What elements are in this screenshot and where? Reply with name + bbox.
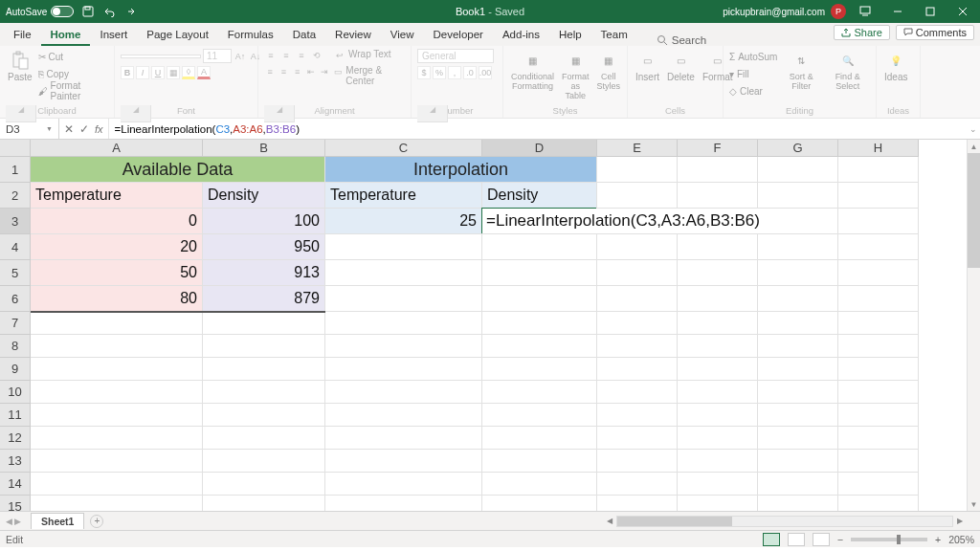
column-header[interactable]: D <box>482 140 597 157</box>
cell[interactable] <box>482 404 597 427</box>
cell[interactable] <box>325 473 482 496</box>
conditional-formatting-button[interactable]: ▦Conditional Formatting <box>509 49 556 93</box>
cell[interactable] <box>203 358 325 381</box>
merge-icon[interactable]: ▭ <box>332 65 344 78</box>
header-interpolation[interactable]: Interpolation <box>325 157 597 183</box>
cell[interactable] <box>597 450 678 473</box>
align-top-icon[interactable]: ≡ <box>264 49 278 62</box>
tab-team[interactable]: Team <box>591 25 637 46</box>
cell[interactable] <box>597 473 678 496</box>
cell[interactable] <box>758 183 838 209</box>
fx-icon[interactable]: fx <box>95 123 103 135</box>
tab-data[interactable]: Data <box>283 25 325 46</box>
cell-b6[interactable]: 879 <box>203 286 325 312</box>
tab-developer[interactable]: Developer <box>424 25 493 46</box>
cell[interactable] <box>838 286 919 312</box>
cell[interactable] <box>597 496 678 511</box>
column-header[interactable]: H <box>838 140 919 157</box>
cell[interactable] <box>678 404 758 427</box>
cell[interactable] <box>203 312 325 335</box>
cell[interactable] <box>758 473 838 496</box>
cell[interactable] <box>758 209 838 234</box>
cell[interactable] <box>31 381 203 404</box>
cell[interactable] <box>838 312 919 335</box>
share-button[interactable]: Share <box>834 25 889 40</box>
percent-button[interactable]: % <box>433 66 446 79</box>
cell[interactable] <box>758 234 838 260</box>
cell-a6[interactable]: 80 <box>31 286 203 312</box>
select-all-corner[interactable] <box>0 140 31 157</box>
cell[interactable] <box>678 260 758 286</box>
tab-page-layout[interactable]: Page Layout <box>137 25 218 46</box>
sheet-tab[interactable]: Sheet1 <box>31 513 84 529</box>
cell-a3[interactable]: 0 <box>31 209 203 234</box>
cancel-formula-icon[interactable]: ✕ <box>64 122 74 136</box>
ideas-button[interactable]: 💡Ideas <box>882 49 909 84</box>
cell[interactable] <box>203 381 325 404</box>
find-select-button[interactable]: 🔍Find & Select <box>825 49 870 93</box>
minimize-icon[interactable] <box>884 0 911 23</box>
cell[interactable] <box>758 496 838 511</box>
row-header[interactable]: 4 <box>0 234 31 260</box>
label-density[interactable]: Density <box>203 183 325 209</box>
inc-decimal-button[interactable]: .0 <box>463 66 477 79</box>
comma-button[interactable]: , <box>448 66 461 79</box>
cell[interactable] <box>597 260 678 286</box>
cell[interactable] <box>838 234 919 260</box>
cell-a4[interactable]: 20 <box>31 234 203 260</box>
row-header[interactable]: 10 <box>0 381 31 404</box>
redo-icon[interactable] <box>123 5 137 18</box>
cell[interactable] <box>597 358 678 381</box>
align-left-icon[interactable]: ≡ <box>264 65 276 78</box>
cell[interactable] <box>758 427 838 450</box>
label-temperature-2[interactable]: Temperature <box>325 183 482 209</box>
maximize-icon[interactable] <box>917 0 944 23</box>
row-header[interactable]: 8 <box>0 335 31 358</box>
grow-font-icon[interactable]: A↑ <box>234 50 247 63</box>
tab-help[interactable]: Help <box>549 25 591 46</box>
paste-button[interactable]: Paste <box>6 49 34 84</box>
cell[interactable] <box>325 260 482 286</box>
cell[interactable] <box>482 312 597 335</box>
cell[interactable] <box>758 157 838 183</box>
search-box[interactable]: Search <box>657 34 706 46</box>
row-header[interactable]: 13 <box>0 450 31 473</box>
horizontal-scrollbar[interactable]: ◀▶ <box>603 515 967 528</box>
align-center-icon[interactable]: ≡ <box>278 65 289 78</box>
cell[interactable] <box>838 335 919 358</box>
cell[interactable] <box>203 473 325 496</box>
cell[interactable] <box>838 381 919 404</box>
cell[interactable] <box>597 286 678 312</box>
cell[interactable] <box>31 312 203 335</box>
expand-formula-bar-icon[interactable]: ⌄ <box>967 124 980 134</box>
cell[interactable] <box>838 358 919 381</box>
cell[interactable] <box>838 260 919 286</box>
cell[interactable] <box>678 335 758 358</box>
currency-button[interactable]: $ <box>417 66 431 79</box>
cell[interactable] <box>203 450 325 473</box>
cell[interactable] <box>203 496 325 511</box>
delete-cells-button[interactable]: ▭Delete <box>665 49 697 84</box>
cell[interactable] <box>678 381 758 404</box>
cell[interactable] <box>482 381 597 404</box>
number-format-select[interactable]: General <box>417 49 494 63</box>
row-header[interactable]: 1 <box>0 157 31 183</box>
clear-button[interactable]: ◇Clear <box>729 83 777 99</box>
normal-view-button[interactable] <box>763 533 780 546</box>
row-header[interactable]: 5 <box>0 260 31 286</box>
cell[interactable] <box>838 183 919 209</box>
sheet-nav-prev-icon[interactable]: ◀ <box>6 517 12 526</box>
borders-button[interactable]: ▦ <box>167 66 180 79</box>
autosave-toggle[interactable]: AutoSave <box>6 6 74 17</box>
column-header[interactable]: A <box>31 140 203 157</box>
cell[interactable] <box>31 473 203 496</box>
close-icon[interactable] <box>949 0 976 23</box>
cell[interactable] <box>482 335 597 358</box>
comments-button[interactable]: Comments <box>896 25 974 40</box>
cell[interactable] <box>482 427 597 450</box>
cell[interactable] <box>678 473 758 496</box>
cell[interactable] <box>758 335 838 358</box>
orientation-icon[interactable]: ⟲ <box>310 49 323 62</box>
cell[interactable] <box>325 312 482 335</box>
cell[interactable] <box>838 473 919 496</box>
